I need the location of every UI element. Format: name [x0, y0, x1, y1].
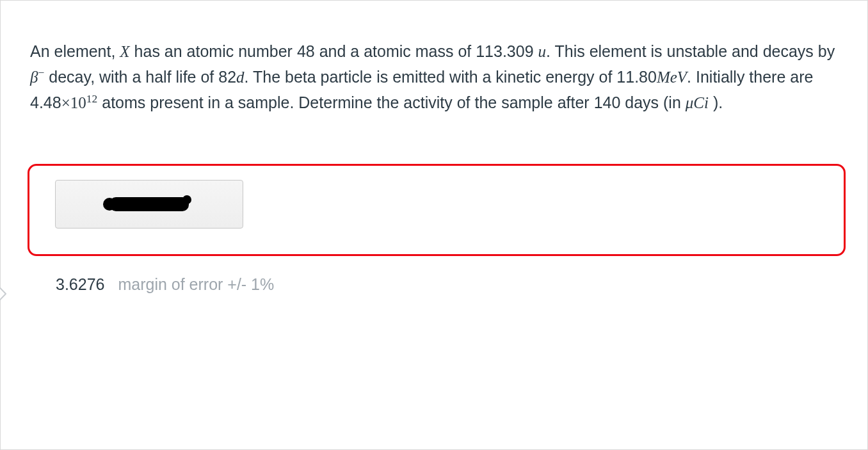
- correct-answer-value: 3.6276: [56, 275, 104, 293]
- beta-minus: −: [38, 66, 44, 79]
- base-ten: 10: [70, 94, 86, 111]
- unit-V: V: [677, 68, 687, 86]
- unit-d: d: [236, 68, 245, 86]
- answer-input[interactable]: [55, 180, 243, 229]
- question-card: An element, X has an atomic number 48 an…: [0, 0, 868, 450]
- answer-box-incorrect: [28, 164, 846, 256]
- times-sign: ×: [61, 94, 70, 111]
- question-text: An element, X has an atomic number 48 an…: [1, 1, 867, 134]
- text-seg: . This element is unstable and decays by: [546, 42, 835, 60]
- unit-mu: μ: [686, 94, 694, 111]
- text-seg: ).: [709, 93, 723, 111]
- text-seg: atoms present in a sample. Determine the…: [97, 93, 686, 111]
- unit-e: e: [670, 68, 677, 86]
- unit-C: C: [693, 94, 704, 111]
- beta: β: [30, 68, 38, 86]
- unit-M: M: [657, 68, 670, 86]
- var-X: X: [120, 43, 129, 60]
- exponent: 12: [86, 92, 98, 104]
- incorrect-indicator-icon: [0, 216, 2, 242]
- text-seg: decay, with a half life of 82: [44, 68, 236, 86]
- answer-area: 3.6276 margin of error +/- 1%: [1, 164, 867, 294]
- unit-i: i: [704, 94, 709, 111]
- redacted-answer: [109, 197, 189, 211]
- text-seg: has an atomic number 48 and a atomic mas…: [130, 42, 538, 60]
- text-seg: . The beta particle is emitted with a ki…: [245, 68, 657, 86]
- correct-answer-row: 3.6276 margin of error +/- 1%: [56, 275, 867, 294]
- unit-u: u: [538, 43, 547, 60]
- margin-of-error: margin of error +/- 1%: [118, 275, 274, 293]
- text-seg: An element,: [30, 42, 120, 60]
- correct-answer-indicator-icon: [0, 278, 8, 310]
